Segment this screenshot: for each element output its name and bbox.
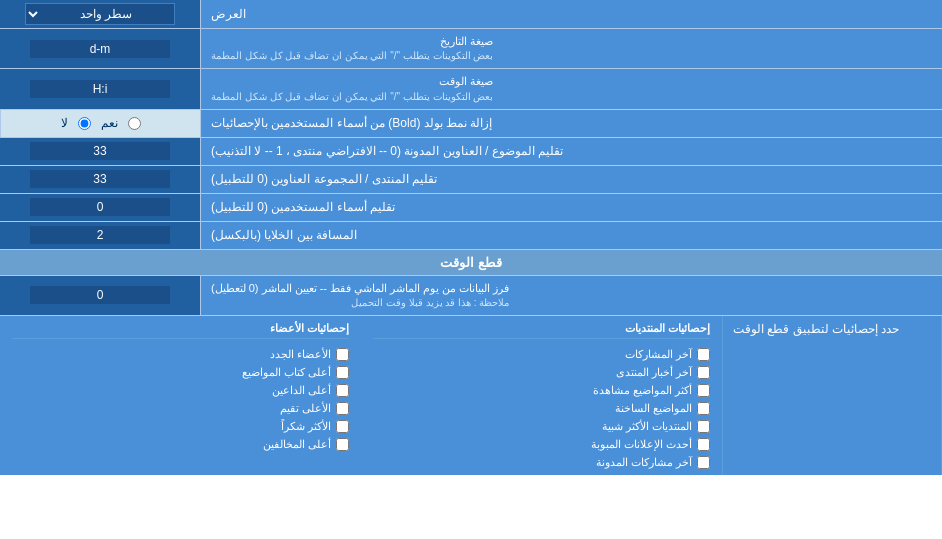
- trim-subject-input[interactable]: [30, 142, 170, 160]
- checkbox-similar-forums-input[interactable]: [697, 420, 710, 433]
- checkbox-blog-posts-input[interactable]: [697, 456, 710, 469]
- cutoff-section-header: قطع الوقت: [0, 250, 942, 276]
- cutoff-data-label: فرز البيانات من يوم الماشر الماشي فقط --…: [200, 276, 942, 315]
- trim-usernames-input-cell: [0, 194, 200, 221]
- date-format-input[interactable]: [30, 40, 170, 58]
- checkbox-hot-topics-input[interactable]: [697, 402, 710, 415]
- trim-usernames-label: تقليم أسماء المستخدمين (0 للتطبيل): [200, 194, 942, 221]
- trim-usernames-input[interactable]: [30, 198, 170, 216]
- checkbox-most-viewed-input[interactable]: [697, 384, 710, 397]
- display-row: العرض سطر واحد سطران ثلاثة أسطر: [0, 0, 942, 29]
- bold-remove-label: إزالة نمط بولد (Bold) من أسماء المستخدمي…: [200, 110, 942, 137]
- cell-spacing-row: المسافة بين الخلايا (بالبكسل): [0, 222, 942, 250]
- checkbox-last-news: آخر أخبار المنتدى: [373, 366, 710, 379]
- cell-spacing-input-cell: [0, 222, 200, 249]
- cell-spacing-label: المسافة بين الخلايا (بالبكسل): [200, 222, 942, 249]
- checkbox-blog-posts: آخر مشاركات المدونة: [373, 456, 710, 469]
- checkbox-hot-topics: المواضيع الساخنة: [373, 402, 710, 415]
- cutoff-data-input-cell: [0, 276, 200, 315]
- checkbox-classifieds: أحدث الإعلانات المبوبة: [373, 438, 710, 451]
- trim-usernames-row: تقليم أسماء المستخدمين (0 للتطبيل): [0, 194, 942, 222]
- checkbox-top-violations-input[interactable]: [336, 438, 349, 451]
- display-select[interactable]: سطر واحد سطران ثلاثة أسطر: [25, 3, 175, 25]
- checkbox-top-inviters: أعلى الداعين: [12, 384, 349, 397]
- cell-spacing-input[interactable]: [30, 226, 170, 244]
- main-container: العرض سطر واحد سطران ثلاثة أسطر صيغة الت…: [0, 0, 942, 475]
- display-label: العرض: [200, 0, 942, 28]
- cutoff-apply-label: حدد إحصائيات لتطبيق قطع الوقت: [722, 316, 942, 475]
- member-stats-title: إحصائيات الأعضاء: [12, 322, 349, 339]
- date-format-label: صيغة التاريخ بعض التكوينات يتطلب "/" الت…: [200, 29, 942, 68]
- trim-subject-input-cell: [0, 138, 200, 165]
- checkboxes-section: حدد إحصائيات لتطبيق قطع الوقت إحصائيات ا…: [0, 316, 942, 475]
- date-format-row: صيغة التاريخ بعض التكوينات يتطلب "/" الت…: [0, 29, 942, 69]
- trim-forum-label: تقليم المنتدى / المجموعة العناوين (0 للت…: [200, 166, 942, 193]
- bold-remove-row: إزالة نمط بولد (Bold) من أسماء المستخدمي…: [0, 110, 942, 138]
- trim-forum-row: تقليم المنتدى / المجموعة العناوين (0 للت…: [0, 166, 942, 194]
- bold-yes-label: نعم: [101, 116, 118, 130]
- checkbox-last-posts: آخر المشاركات: [373, 348, 710, 361]
- display-select-cell: سطر واحد سطران ثلاثة أسطر: [0, 0, 200, 28]
- checkbox-similar-forums: المنتديات الأكثر شبية: [373, 420, 710, 433]
- checkbox-last-news-input[interactable]: [697, 366, 710, 379]
- bold-remove-radio-cell: نعم لا: [0, 110, 200, 137]
- checkbox-last-posts-input[interactable]: [697, 348, 710, 361]
- time-format-label: صيغة الوقت بعض التكوينات يتطلب "/" التي …: [200, 69, 942, 108]
- checkbox-classifieds-input[interactable]: [697, 438, 710, 451]
- trim-forum-input-cell: [0, 166, 200, 193]
- trim-subject-label: تقليم الموضوع / العناوين المدونة (0 -- ا…: [200, 138, 942, 165]
- checkbox-new-members: الأعضاء الجدد: [12, 348, 349, 361]
- checkbox-most-thanks-input[interactable]: [336, 420, 349, 433]
- forum-stats-col: إحصائيات المنتديات آخر المشاركات آخر أخب…: [361, 316, 722, 475]
- checkbox-most-thanks: الأكثر شكراً: [12, 420, 349, 433]
- checkbox-top-violations: أعلى المخالفين: [12, 438, 349, 451]
- time-format-row: صيغة الوقت بعض التكوينات يتطلب "/" التي …: [0, 69, 942, 109]
- time-format-input-cell: [0, 69, 200, 108]
- member-stats-col: إحصائيات الأعضاء الأعضاء الجدد أعلى كتاب…: [0, 316, 361, 475]
- forum-stats-title: إحصائيات المنتديات: [373, 322, 710, 339]
- checkbox-top-rated: الأعلى تقيم: [12, 402, 349, 415]
- cutoff-data-row: فرز البيانات من يوم الماشر الماشي فقط --…: [0, 276, 942, 316]
- checkbox-top-inviters-input[interactable]: [336, 384, 349, 397]
- checkbox-most-viewed: أكثر المواضيع مشاهدة: [373, 384, 710, 397]
- cutoff-data-input[interactable]: [30, 286, 170, 304]
- bold-no-label: لا: [61, 116, 68, 130]
- bold-yes-radio[interactable]: [128, 117, 141, 130]
- checkbox-top-writers: أعلى كتاب المواضيع: [12, 366, 349, 379]
- checkbox-new-members-input[interactable]: [336, 348, 349, 361]
- bold-no-radio[interactable]: [78, 117, 91, 130]
- checkbox-top-rated-input[interactable]: [336, 402, 349, 415]
- trim-forum-input[interactable]: [30, 170, 170, 188]
- date-format-input-cell: [0, 29, 200, 68]
- trim-subject-row: تقليم الموضوع / العناوين المدونة (0 -- ا…: [0, 138, 942, 166]
- checkbox-top-writers-input[interactable]: [336, 366, 349, 379]
- time-format-input[interactable]: [30, 80, 170, 98]
